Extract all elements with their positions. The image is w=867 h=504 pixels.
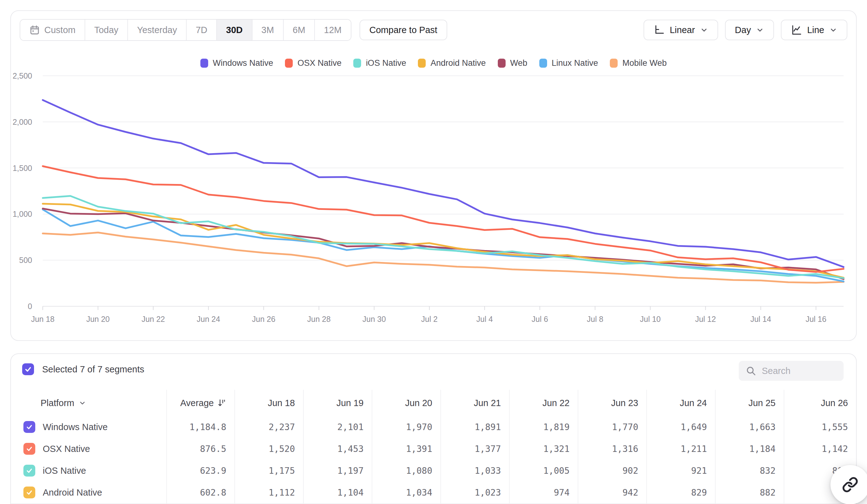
x-axis-label: Jun 22 <box>141 315 165 324</box>
check-icon <box>25 489 33 496</box>
value-cell: 1,649 <box>646 416 715 438</box>
date-range-control: CustomTodayYesterday7D30D3M6M12M <box>20 19 351 41</box>
date-header[interactable]: Jun 18 <box>234 390 303 416</box>
legend-item[interactable]: OSX Native <box>285 58 341 68</box>
date-header[interactable]: Jun 25 <box>715 390 784 416</box>
segment-checkbox[interactable] <box>23 465 35 476</box>
search-box <box>739 361 844 381</box>
legend-label: Mobile Web <box>622 58 667 68</box>
platform-header[interactable]: Platform <box>11 398 86 408</box>
value-cell: 1,321 <box>509 438 578 460</box>
legend-item[interactable]: iOS Native <box>353 58 406 68</box>
check-icon <box>25 445 33 452</box>
legend-item[interactable]: Web <box>498 58 527 68</box>
value-cell: 1,112 <box>234 482 303 503</box>
share-link-button[interactable] <box>831 465 867 504</box>
legend-swatch <box>285 59 293 68</box>
table-header-row: PlatformAverageJun 18Jun 19Jun 20Jun 21J… <box>11 390 856 416</box>
value-cell: 832 <box>715 460 784 482</box>
date-header[interactable]: Jun 20 <box>372 390 440 416</box>
range-button-label: 30D <box>226 25 243 35</box>
y-axis-label: 1,000 <box>12 210 32 218</box>
range-button-yesterday[interactable]: Yesterday <box>127 20 186 40</box>
average-cell: 876.5 <box>166 438 234 460</box>
legend-swatch <box>539 59 547 68</box>
legend-item[interactable]: Mobile Web <box>610 58 667 68</box>
range-button-label: Custom <box>44 25 76 35</box>
value-cell: 921 <box>646 460 715 482</box>
value-cell: 1,770 <box>578 416 646 438</box>
legend-item[interactable]: Linux Native <box>539 58 598 68</box>
value-cell: 1,211 <box>646 438 715 460</box>
y-axis-label: 2,500 <box>12 72 32 80</box>
legend-item[interactable]: Android Native <box>418 58 485 68</box>
y-axis-label: 1,500 <box>12 164 32 173</box>
range-button-3m[interactable]: 3M <box>252 20 283 40</box>
value-cell: 974 <box>509 482 578 503</box>
series-line-mobile-web <box>43 233 844 283</box>
range-button-label: Yesterday <box>137 25 177 35</box>
date-header[interactable]: Jun 23 <box>578 390 646 416</box>
value-cell: 2,237 <box>234 416 303 438</box>
value-cell: 1,142 <box>784 438 856 460</box>
search-icon <box>746 365 756 376</box>
date-header[interactable]: Jun 26 <box>784 390 856 416</box>
y-axis-label: 500 <box>19 256 32 264</box>
average-header[interactable]: Average <box>166 390 234 416</box>
table-row-ios-native: iOS Native623.91,1751,1971,0801,0331,005… <box>11 460 856 482</box>
x-axis-label: Jul 2 <box>421 315 438 324</box>
search-input[interactable] <box>761 365 837 376</box>
value-cell: 1,080 <box>372 460 440 482</box>
x-axis-label: Jul 8 <box>587 315 603 324</box>
x-axis-label: Jul 14 <box>750 315 771 324</box>
legend-item[interactable]: Windows Native <box>200 58 274 68</box>
range-button-custom[interactable]: Custom <box>20 20 85 40</box>
range-button-today[interactable]: Today <box>85 20 127 40</box>
segment-checkbox[interactable] <box>23 443 35 455</box>
value-cell: 1,970 <box>372 416 440 438</box>
segment-name: OSX Native <box>43 444 90 454</box>
range-button-12m[interactable]: 12M <box>314 20 351 40</box>
legend-swatch <box>610 59 618 68</box>
chart-toolbar: CustomTodayYesterday7D30D3M6M12M Compare… <box>20 20 847 40</box>
segment-checkbox[interactable] <box>23 486 35 498</box>
table-row-android-native: Android Native602.81,1121,1041,0341,0239… <box>11 482 856 504</box>
sort-descending-icon <box>217 398 226 408</box>
segments-summary-row: Selected 7 of 7 segments <box>22 363 144 375</box>
series-line-windows-native <box>43 100 844 267</box>
x-axis-label: Jul 6 <box>532 315 548 324</box>
range-button-30d[interactable]: 30D <box>216 20 251 40</box>
average-cell: 602.8 <box>166 482 234 503</box>
segment-name: Windows Native <box>43 422 108 432</box>
chart-type-dropdown-label: Line <box>807 25 824 35</box>
segment-checkbox[interactable] <box>23 421 35 433</box>
legend-label: iOS Native <box>366 58 406 68</box>
table-row-osx-native: OSX Native876.51,5201,4531,3911,3771,321… <box>11 438 856 460</box>
x-axis-label: Jun 18 <box>31 315 54 324</box>
range-button-7d[interactable]: 7D <box>186 20 216 40</box>
compare-to-past-button[interactable]: Compare to Past <box>360 20 448 40</box>
date-header[interactable]: Jun 22 <box>509 390 578 416</box>
calendar-icon <box>29 25 40 35</box>
check-icon <box>25 423 33 431</box>
value-cell: 1,520 <box>234 438 303 460</box>
date-header[interactable]: Jun 24 <box>646 390 715 416</box>
x-axis-label: Jul 4 <box>476 315 493 324</box>
value-cell: 882 <box>715 482 784 503</box>
legend-swatch <box>498 59 506 68</box>
link-icon <box>842 476 858 493</box>
range-button-label: 12M <box>324 25 341 35</box>
date-header[interactable]: Jun 21 <box>440 390 509 416</box>
x-axis-label: Jul 10 <box>640 315 661 324</box>
interval-dropdown[interactable]: Day <box>725 20 774 40</box>
select-all-checkbox[interactable] <box>22 363 34 375</box>
value-cell: 829 <box>646 482 715 503</box>
x-axis-label: Jul 12 <box>695 315 716 324</box>
scale-dropdown[interactable]: Linear <box>643 20 718 40</box>
chart-type-dropdown[interactable]: Line <box>781 20 847 40</box>
x-axis-label: Jun 24 <box>196 315 220 324</box>
range-button-6m[interactable]: 6M <box>283 20 314 40</box>
series-line-linux-native <box>43 210 844 282</box>
date-header[interactable]: Jun 19 <box>303 390 372 416</box>
legend-label: Web <box>510 58 527 68</box>
